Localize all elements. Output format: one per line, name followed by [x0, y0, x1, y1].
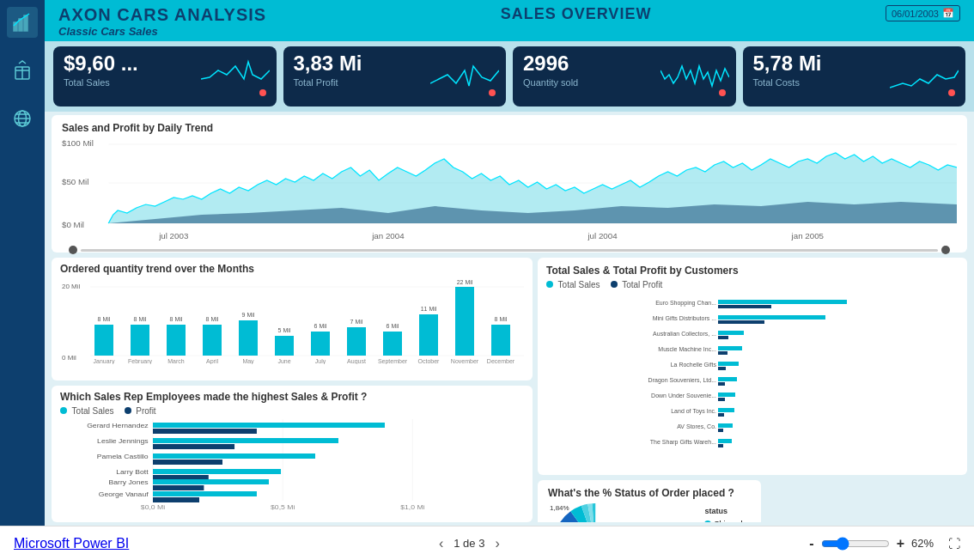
svg-rect-35 — [239, 320, 258, 356]
bottom-bar: Microsoft Power BI ‹ 1 de 3 › - + 62% ⛶ — [0, 526, 974, 560]
kpi-dot — [948, 89, 955, 96]
svg-text:Down Under Souvenie...: Down Under Souvenie... — [651, 393, 716, 399]
svg-text:Euro Shopping Chan...: Euro Shopping Chan... — [655, 300, 716, 307]
left-column: Ordered quantity trend over the Months 2… — [52, 258, 533, 522]
svg-text:Muscle Machine Inc...: Muscle Machine Inc... — [658, 346, 716, 352]
bottom-center: ‹ 1 de 3 › — [439, 536, 500, 551]
svg-rect-96 — [718, 362, 739, 366]
sidebar-icon-globe[interactable] — [7, 103, 38, 134]
svg-rect-26 — [131, 325, 149, 356]
svg-text:Gerard Hernandez: Gerard Hernandez — [87, 421, 148, 429]
svg-text:8 Mil: 8 Mil — [134, 316, 147, 322]
fit-page-icon[interactable]: ⛶ — [948, 537, 960, 551]
monthly-bar-chart: 20 Mil 0 Mil 8 Mil January — [60, 278, 524, 375]
svg-rect-111 — [718, 439, 732, 443]
svg-text:6 Mil: 6 Mil — [387, 323, 399, 329]
sidebar-icon-package[interactable] — [7, 55, 38, 86]
next-page-button[interactable]: › — [495, 536, 499, 551]
svg-text:Dragon Souveniers, Ltd...: Dragon Souveniers, Ltd... — [648, 377, 716, 384]
svg-text:jan 2005: jan 2005 — [791, 231, 824, 240]
order-status-content: 92,94% Shipped 1,84% status Shippe — [548, 502, 751, 522]
slider-right-thumb[interactable] — [941, 246, 950, 254]
svg-text:20 Mil: 20 Mil — [62, 283, 81, 290]
svg-text:Barry Jones: Barry Jones — [109, 478, 149, 486]
sidebar — [0, 0, 45, 526]
monthly-trend-title: Ordered quantity trend over the Months — [60, 263, 524, 275]
svg-rect-93 — [718, 346, 742, 350]
zoom-plus[interactable]: + — [897, 536, 904, 551]
slider-left-thumb[interactable] — [69, 246, 77, 254]
svg-text:$50 Mil: $50 Mil — [62, 177, 88, 186]
kpi-total-sales: $9,60 ... Total Sales — [53, 46, 277, 107]
svg-text:Mini Gifts Distributors ...: Mini Gifts Distributors ... — [653, 315, 716, 321]
svg-rect-75 — [153, 469, 281, 474]
sidebar-icon-chart[interactable] — [7, 7, 38, 38]
svg-text:AV Stores, Co.: AV Stores, Co. — [677, 423, 716, 429]
daily-trend-title: Sales and Profit by Daily Trend — [62, 122, 957, 134]
svg-text:8 Mil: 8 Mil — [206, 316, 219, 322]
monthly-bars-svg: 20 Mil 0 Mil 8 Mil January — [60, 278, 524, 364]
svg-rect-108 — [718, 423, 733, 428]
zoom-minus[interactable]: - — [809, 536, 813, 551]
svg-rect-78 — [153, 479, 269, 484]
customers-title: Total Sales & Total Profit by Customers — [546, 265, 959, 277]
daily-trend-chart: $100 Mil $50 Mil $0 Mil jul 2003 jan 20 — [62, 137, 957, 240]
svg-text:Land of Toys Inc.: Land of Toys Inc. — [671, 408, 716, 415]
section-title: SALES OVERVIEW — [501, 5, 652, 23]
svg-rect-73 — [153, 460, 222, 465]
app-title: AXON CARS ANALYSIS — [58, 5, 266, 25]
bottom-right: - + 62% ⛶ — [809, 536, 960, 551]
header: AXON CARS ANALYSIS Classic Cars Sales SA… — [45, 0, 974, 41]
kpi-total-profit: 3,83 Mi Total Profit — [283, 46, 507, 107]
svg-text:February: February — [128, 358, 153, 364]
status-legend: status Shipped Cancelled — [704, 507, 751, 522]
daily-trend-card: Sales and Profit by Daily Trend $100 Mil… — [52, 115, 967, 253]
svg-text:Leslie Jennings: Leslie Jennings — [97, 436, 148, 445]
zoom-slider[interactable] — [821, 537, 890, 551]
svg-rect-81 — [153, 491, 257, 496]
svg-rect-88 — [718, 320, 764, 324]
prev-page-button[interactable]: ‹ — [439, 536, 443, 551]
legend-total-sales-cust: Total Sales — [546, 280, 600, 289]
order-status-title: What's the % Status of Order placed ? — [548, 487, 751, 499]
svg-rect-84 — [718, 300, 847, 304]
svg-rect-41 — [311, 332, 330, 356]
svg-rect-109 — [718, 429, 723, 432]
svg-rect-50 — [419, 314, 438, 356]
svg-text:September: September — [378, 358, 408, 364]
svg-text:11 Mil: 11 Mil — [421, 306, 437, 312]
svg-rect-32 — [203, 325, 222, 356]
svg-text:La Rochelle Gifts: La Rochelle Gifts — [671, 362, 717, 368]
cust-legend-dot-sales — [546, 281, 553, 288]
svg-rect-99 — [718, 377, 737, 381]
right-column: Total Sales & Total Profit by Customers … — [538, 258, 967, 522]
svg-rect-66 — [153, 423, 385, 428]
svg-text:The Sharp Gifts Wareh...: The Sharp Gifts Wareh... — [650, 439, 716, 446]
header-center: SALES OVERVIEW — [501, 5, 652, 23]
status-label-shipped: Shipped — [714, 520, 742, 522]
charts-area: Sales and Profit by Daily Trend $100 Mil… — [45, 112, 974, 526]
svg-text:7 Mil: 7 Mil — [350, 319, 363, 325]
date-filter[interactable]: 06/01/2003 📅 — [886, 5, 960, 21]
svg-rect-79 — [153, 485, 204, 490]
kpi-row: $9,60 ... Total Sales 3,83 Mi Total Prof… — [45, 41, 974, 112]
svg-rect-82 — [153, 497, 199, 502]
svg-rect-47 — [383, 332, 402, 356]
svg-text:$100 Mil: $100 Mil — [62, 138, 94, 148]
status-shipped: Shipped — [704, 520, 751, 522]
svg-rect-100 — [718, 382, 725, 386]
svg-text:August: August — [347, 358, 366, 364]
svg-text:8 Mil: 8 Mil — [495, 316, 508, 322]
monthly-trend-card: Ordered quantity trend over the Months 2… — [52, 258, 533, 380]
svg-text:$0,5 Mi: $0,5 Mi — [271, 502, 295, 511]
customers-card: Total Sales & Total Profit by Customers … — [538, 258, 967, 475]
svg-rect-44 — [347, 327, 366, 356]
svg-rect-103 — [718, 398, 725, 401]
svg-rect-70 — [153, 444, 234, 449]
chart-slider[interactable] — [62, 246, 957, 254]
cust-legend-dot-profit — [611, 281, 618, 288]
powerbi-link[interactable]: Microsoft Power BI — [14, 536, 129, 551]
svg-rect-112 — [718, 444, 723, 447]
app-subtitle: Classic Cars Sales — [58, 25, 266, 38]
bottom-row: Ordered quantity trend over the Months 2… — [52, 258, 967, 522]
